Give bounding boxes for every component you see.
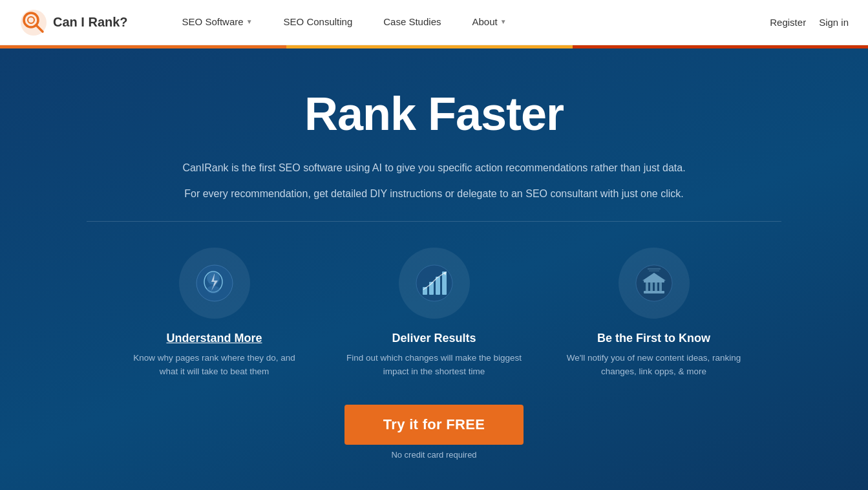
feature-icon-understand — [179, 248, 250, 319]
register-link[interactable]: Register — [770, 17, 806, 28]
feature-firsttoknow-title: Be the First to Know — [597, 332, 710, 345]
feature-icon-firsttoknow — [619, 248, 690, 319]
feature-deliver-desc: Find out which changes will make the big… — [344, 352, 525, 379]
cta-note: No credit card required — [391, 450, 476, 460]
nav-seo-consulting[interactable]: SEO Consulting — [268, 0, 368, 45]
hero-title: Rank Faster — [0, 87, 868, 140]
svg-rect-20 — [650, 282, 653, 291]
hero-section: Rank Faster CanIRank is the first SEO so… — [0, 48, 868, 490]
nav-case-studies-label: Case Studies — [383, 16, 441, 27]
chevron-down-icon: ▼ — [246, 18, 253, 25]
brain-icon — [195, 264, 234, 303]
feature-understand-title[interactable]: Understand More — [166, 332, 262, 345]
chart-icon — [415, 264, 454, 303]
nav-about-label: About — [472, 16, 497, 27]
svg-point-8 — [207, 286, 220, 293]
svg-rect-14 — [442, 272, 447, 295]
nav-seo-consulting-label: SEO Consulting — [284, 16, 353, 27]
feature-deliver-title: Deliver Results — [392, 332, 476, 345]
svg-point-10 — [416, 265, 452, 301]
main-nav: SEO Software ▼ SEO Consulting Case Studi… — [167, 0, 770, 45]
svg-rect-13 — [436, 277, 440, 295]
feature-firsttoknow: Be the First to Know We'll notify you of… — [564, 248, 745, 379]
try-free-button[interactable]: Try it for FREE — [344, 405, 524, 445]
nav-seo-software[interactable]: SEO Software ▼ — [167, 0, 268, 45]
nav-about[interactable]: About ▼ — [456, 0, 522, 45]
svg-rect-18 — [644, 281, 664, 282]
signin-link[interactable]: Sign in — [819, 17, 849, 28]
chevron-down-icon: ▼ — [500, 18, 507, 25]
hero-subtitle-1: CanIRank is the first SEO software using… — [169, 160, 699, 176]
hero-subtitle-2: For every recommendation, get detailed D… — [169, 186, 699, 202]
logo-link[interactable]: Can I Rank? — [19, 8, 128, 37]
nav-seo-software-label: SEO Software — [182, 16, 244, 27]
cta-section: Try it for FREE No credit card required — [0, 405, 868, 460]
svg-rect-19 — [646, 282, 648, 291]
svg-rect-22 — [659, 282, 662, 291]
feature-understand: Understand More Know why pages rank wher… — [124, 248, 305, 379]
notification-icon — [635, 264, 673, 303]
hero-divider — [87, 221, 781, 222]
nav-case-studies[interactable]: Case Studies — [368, 0, 456, 45]
navbar-actions: Register Sign in — [770, 17, 849, 28]
navbar: Can I Rank? SEO Software ▼ SEO Consultin… — [0, 0, 868, 45]
feature-deliver: Deliver Results Find out which changes w… — [344, 248, 525, 379]
feature-icon-deliver — [399, 248, 470, 319]
bottom-links: Learn how CanIRank is different, what re… — [0, 479, 868, 490]
logo-icon — [19, 8, 48, 37]
svg-rect-17 — [644, 291, 664, 293]
feature-understand-desc: Know why pages rank where they do, and w… — [124, 352, 305, 379]
svg-point-9 — [208, 275, 218, 286]
svg-rect-21 — [655, 282, 657, 291]
feature-firsttoknow-desc: We'll notify you of new content ideas, r… — [564, 352, 745, 379]
logo-text: Can I Rank? — [53, 15, 128, 30]
features-row: Understand More Know why pages rank wher… — [79, 248, 790, 379]
